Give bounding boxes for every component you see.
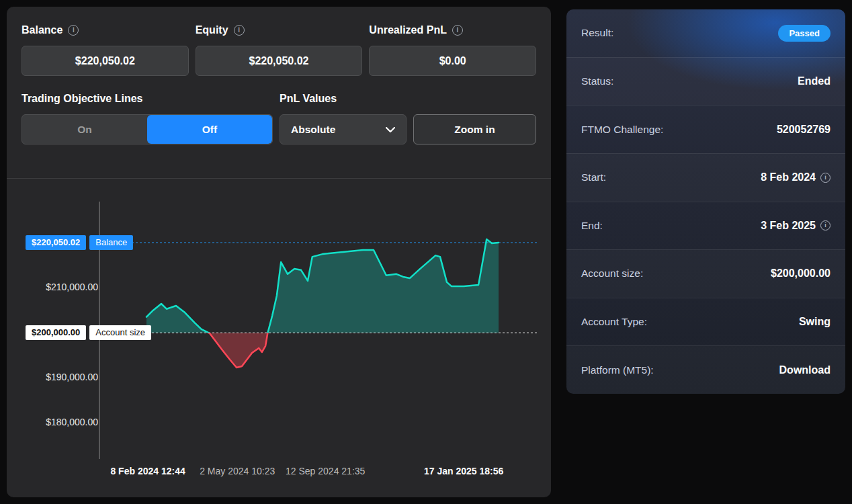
objective-lines-control: Trading Objective Lines On Off: [22, 91, 273, 144]
stat: Equityi$220,050.02: [196, 24, 363, 76]
detail-rows: Result:PassedStatus:EndedFTMO Challenge:…: [566, 9, 845, 394]
info-icon[interactable]: i: [234, 25, 245, 36]
stat-label: Unrealized PnL: [369, 24, 447, 36]
x-tick-label: 12 Sep 2024 21:35: [286, 466, 365, 476]
x-tick-label: 17 Jan 2025 18:56: [424, 466, 503, 476]
y-tick-label: $210,000.00: [7, 282, 98, 292]
info-icon[interactable]: i: [820, 220, 830, 230]
detail-label: Platform (MT5):: [581, 364, 654, 376]
account-size-axis-badge-value: $200,000.00: [26, 325, 86, 340]
stat-head: Equityi: [196, 24, 363, 36]
balance-axis-badge-value: $220,050.02: [26, 235, 86, 250]
result-badge: Passed: [778, 25, 830, 42]
detail-row: Start:8 Feb 2024i: [566, 153, 845, 202]
detail-label: FTMO Challenge:: [581, 124, 663, 136]
balance-axis-badge: $220,050.02Balance: [26, 235, 133, 250]
stats-row: Balancei$220,050.02Equityi$220,050.02Unr…: [22, 24, 536, 76]
profit-area: [146, 239, 499, 368]
detail-value: Ended: [798, 75, 830, 87]
detail-row: End:3 Feb 2025i: [566, 202, 845, 250]
value-with-info: 8 Feb 2024i: [761, 171, 830, 183]
detail-label: Account Type:: [581, 316, 647, 328]
detail-value: 8 Feb 2024: [761, 171, 816, 183]
detail-label: Status:: [581, 75, 613, 87]
stat-head: Unrealized PnLi: [369, 24, 536, 36]
info-icon[interactable]: i: [68, 25, 79, 36]
pnl-values-label: PnL Values: [280, 93, 407, 105]
zoom-control: Zoom in: [413, 91, 536, 144]
controls-row: Trading Objective Lines On Off PnL Value…: [22, 91, 536, 144]
y-tick-label: $190,000.00: [7, 372, 98, 382]
x-tick-label: 8 Feb 2024 12:44: [110, 466, 185, 476]
toggle-on-button[interactable]: On: [22, 115, 147, 144]
detail-row: Account size:$200,000.00: [566, 249, 845, 298]
detail-label: Account size:: [581, 267, 643, 280]
challenge-details-panel: Result:PassedStatus:EndedFTMO Challenge:…: [566, 9, 845, 394]
stat: Unrealized PnLi$0.00: [369, 24, 536, 76]
account-size-axis-badge-tag: Account size: [89, 325, 151, 340]
value-with-info: 3 Feb 2025i: [761, 220, 830, 232]
pnl-values-dropdown[interactable]: Absolute: [280, 114, 407, 144]
detail-row: Account Type:Swing: [566, 298, 845, 346]
stat-value: $0.00: [369, 46, 536, 76]
panel-top: Balancei$220,050.02Equityi$220,050.02Unr…: [7, 7, 551, 144]
stat-label: Equity: [196, 24, 228, 36]
chevron-down-icon: [386, 127, 395, 132]
divider: [7, 178, 551, 179]
detail-row: Platform (MT5):Download: [566, 345, 845, 394]
trading-panel: Balancei$220,050.02Equityi$220,050.02Unr…: [7, 7, 551, 497]
detail-row: Result:Passed: [566, 9, 845, 57]
x-tick-label: 2 May 2024 10:23: [200, 466, 275, 476]
info-icon[interactable]: i: [820, 173, 830, 183]
detail-row: FTMO Challenge:520052769: [566, 105, 845, 153]
detail-label: Result:: [581, 27, 613, 39]
pnl-values-selected: Absolute: [291, 124, 335, 136]
stat-head: Balancei: [22, 24, 189, 36]
detail-label: Start:: [581, 171, 606, 183]
stat-value: $220,050.02: [196, 46, 363, 76]
toggle-off-button[interactable]: Off: [147, 115, 272, 144]
download-link[interactable]: Download: [779, 364, 830, 376]
stat-value: $220,050.02: [22, 46, 189, 76]
trading-objective-lines-label: Trading Objective Lines: [22, 93, 273, 105]
info-icon[interactable]: i: [452, 25, 463, 36]
detail-label: End:: [581, 220, 603, 232]
detail-row: Status:Ended: [566, 57, 845, 106]
pnl-values-control: PnL Values Absolute: [280, 91, 407, 144]
stat: Balancei$220,050.02: [22, 24, 189, 76]
objective-lines-toggle: On Off: [22, 114, 273, 144]
account-size-axis-badge: $200,000.00Account size: [26, 325, 151, 340]
balance-axis-badge-tag: Balance: [89, 235, 133, 250]
y-tick-label: $180,000.00: [7, 417, 98, 427]
chart-area[interactable]: $210,000.00$190,000.00$180,000.00$220,05…: [7, 198, 551, 497]
stat-label: Balance: [22, 24, 62, 36]
detail-value: 520052769: [777, 124, 830, 136]
detail-value: 3 Feb 2025: [761, 220, 816, 232]
detail-value: Swing: [799, 316, 830, 328]
zoom-in-button[interactable]: Zoom in: [413, 114, 536, 144]
detail-value: $200,000.00: [771, 267, 830, 280]
